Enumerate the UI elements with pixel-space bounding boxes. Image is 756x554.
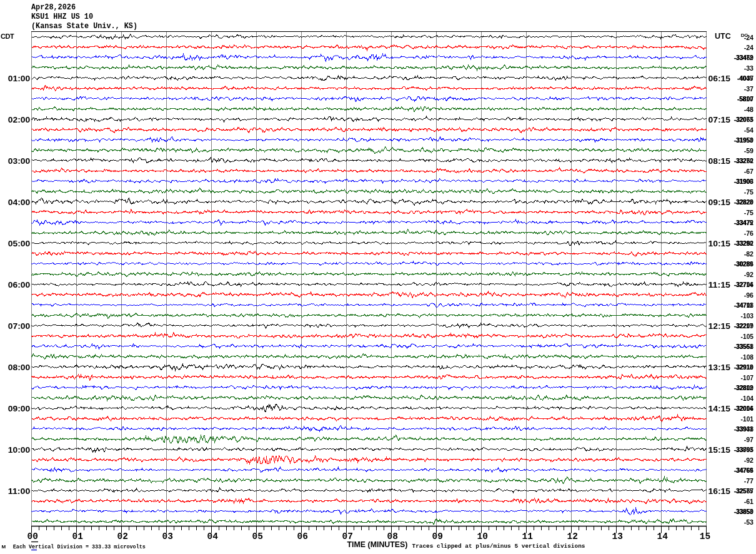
svg-text:-32014: -32014	[734, 405, 754, 412]
svg-text:-105: -105	[741, 333, 754, 340]
svg-text:07:00: 07:00	[8, 321, 31, 331]
svg-text:13: 13	[612, 531, 623, 541]
svg-text:-33803: -33803	[734, 446, 754, 453]
svg-text:14:15: 14:15	[709, 404, 731, 413]
svg-text:-32073: -32073	[734, 116, 754, 123]
svg-text:-32714: -32714	[734, 281, 754, 288]
svg-text:10: 10	[477, 531, 488, 541]
svg-text:06:00: 06:00	[8, 280, 31, 290]
svg-text:-24: -24	[744, 34, 754, 41]
svg-text:-75: -75	[744, 209, 754, 216]
svg-text:-97: -97	[744, 436, 754, 443]
svg-text:-104: -104	[741, 395, 754, 402]
svg-text:15:15: 15:15	[709, 445, 731, 455]
svg-text:12:15: 12:15	[709, 321, 731, 331]
svg-text:-33941: -33941	[734, 426, 754, 433]
svg-text:08:15: 08:15	[709, 156, 731, 166]
svg-text:-33290: -33290	[734, 240, 754, 247]
svg-text:Traces clipped at plus/minus 5: Traces clipped at plus/minus 5 vertical …	[412, 543, 585, 550]
svg-text:10:15: 10:15	[709, 239, 731, 248]
svg-text:03:00: 03:00	[8, 156, 31, 166]
svg-text:Each Vertical Division = 333.: Each Vertical Division = 333.33 microvol…	[13, 544, 146, 550]
svg-text:-53: -53	[744, 519, 754, 526]
svg-text:-33475: -33475	[734, 219, 754, 226]
svg-text:01: 01	[72, 531, 83, 541]
svg-text:-67: -67	[744, 168, 754, 175]
svg-text:-92: -92	[744, 457, 754, 464]
svg-text:-108: -108	[741, 354, 754, 361]
svg-text:05: 05	[252, 531, 263, 541]
svg-text:09:15: 09:15	[709, 198, 731, 207]
svg-text:-77: -77	[744, 478, 754, 485]
svg-text:02: 02	[117, 531, 128, 541]
svg-text:-4045: -4045	[737, 75, 754, 82]
svg-text:-37: -37	[744, 86, 754, 93]
svg-text:15: 15	[700, 531, 710, 541]
svg-text:11:15: 11:15	[709, 280, 731, 290]
svg-text:-30289: -30289	[734, 261, 754, 268]
svg-text:UTC: UTC	[715, 32, 731, 41]
svg-text:-48: -48	[744, 106, 754, 113]
svg-text:-24: -24	[744, 44, 754, 51]
svg-text:KSU1 HHZ US 10: KSU1 HHZ US 10	[31, 12, 93, 21]
svg-text:Apr28,2026: Apr28,2026	[31, 3, 76, 12]
svg-text:11: 11	[522, 531, 533, 541]
svg-text:-31906: -31906	[734, 178, 754, 185]
svg-text:-33853: -33853	[734, 508, 754, 515]
svg-text:07:15: 07:15	[709, 115, 731, 124]
svg-text:-107: -107	[741, 375, 754, 381]
svg-text:-54: -54	[744, 127, 754, 134]
svg-text:(Kansas State Univ., KS): (Kansas State Univ., KS)	[31, 21, 137, 31]
svg-text:00: 00	[27, 531, 38, 541]
svg-text:-33270: -33270	[734, 158, 754, 164]
svg-text:09: 09	[432, 531, 443, 541]
svg-text:-33: -33	[744, 65, 754, 72]
svg-text:-33472: -33472	[734, 54, 754, 61]
svg-text:04: 04	[207, 531, 219, 541]
svg-text:-32217: -32217	[734, 323, 754, 330]
svg-text:11:00: 11:00	[8, 486, 31, 496]
svg-text:12: 12	[567, 531, 578, 541]
svg-text:-34769: -34769	[734, 467, 754, 474]
svg-text:14: 14	[657, 531, 669, 541]
svg-text:-32812: -32812	[734, 385, 754, 391]
svg-text:-34711: -34711	[734, 302, 754, 309]
svg-text:-103: -103	[741, 313, 754, 320]
svg-text:-5810: -5810	[737, 96, 754, 103]
svg-text:-32828: -32828	[734, 199, 754, 206]
svg-text:-61: -61	[744, 498, 754, 505]
svg-text:06:15: 06:15	[709, 74, 731, 83]
svg-text:05:00: 05:00	[8, 239, 31, 248]
svg-text:-96: -96	[744, 292, 754, 299]
svg-text:-82: -82	[744, 251, 754, 258]
svg-text:-59: -59	[744, 148, 754, 154]
svg-text:16:15: 16:15	[709, 486, 731, 496]
svg-text:-32918: -32918	[734, 364, 754, 371]
svg-text:-31953: -31953	[734, 137, 754, 144]
svg-text:-92: -92	[744, 271, 754, 278]
svg-text:-32575: -32575	[734, 488, 754, 495]
svg-text:01:00: 01:00	[8, 74, 31, 83]
svg-text:-33561: -33561	[734, 343, 754, 350]
svg-text:-75: -75	[744, 189, 754, 196]
svg-text:09:00: 09:00	[8, 404, 31, 413]
svg-text:M: M	[2, 544, 6, 550]
svg-text:08:00: 08:00	[8, 363, 31, 372]
svg-text:13:15: 13:15	[709, 363, 731, 372]
svg-text:-101: -101	[741, 416, 754, 423]
svg-text:02:00: 02:00	[8, 115, 31, 124]
svg-text:03: 03	[162, 531, 173, 541]
svg-text:TIME (MINUTES): TIME (MINUTES)	[347, 540, 408, 549]
svg-text:CDT: CDT	[1, 33, 14, 40]
svg-text:04:00: 04:00	[8, 198, 31, 207]
svg-text:06: 06	[297, 531, 308, 541]
svg-text:-76: -76	[744, 230, 754, 237]
svg-text:10:00: 10:00	[8, 445, 31, 455]
